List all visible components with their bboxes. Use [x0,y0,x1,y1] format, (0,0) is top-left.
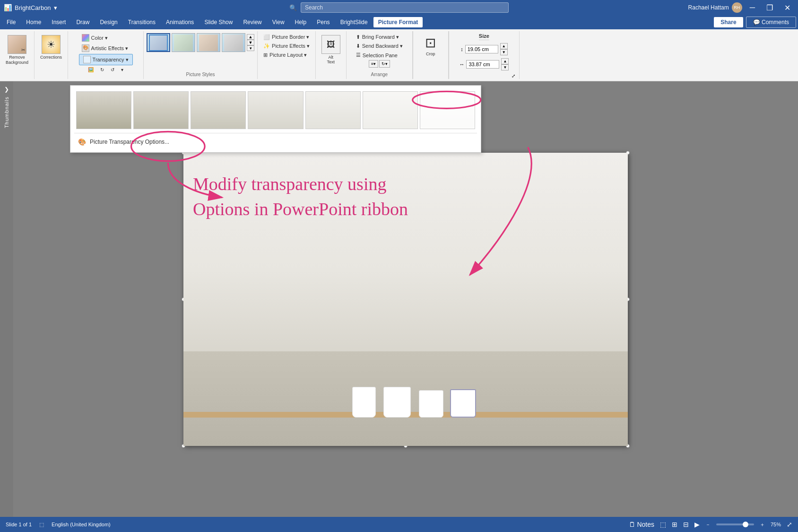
menu-review[interactable]: Review [238,17,266,27]
search-input[interactable] [301,2,509,13]
tea-cups-area [183,351,628,446]
arrange-col: ⬆ Bring Forward ▾ ⬇ Send Backward ▾ ☰ Se… [353,33,406,59]
rotate-button[interactable]: ↻▾ [379,60,390,68]
ribbon-group-picture-styles: ▲ ▼ ▾ Picture Styles [144,31,258,79]
transparency-option-30[interactable] [191,91,246,129]
zoom-bar[interactable] [716,523,754,525]
transparency-option-0[interactable] [76,91,131,129]
crop-icon: ⊡ [425,35,436,51]
share-button[interactable]: Share [714,17,743,27]
corrections-button[interactable]: ☀ Corrections [37,33,65,61]
width-down[interactable]: ▼ [501,64,509,70]
reading-view-button[interactable]: ⊟ [683,521,689,528]
preset-scroll[interactable]: ▲ ▼ ▾ [247,34,254,51]
transparency-grid [74,89,477,131]
cup-1 [352,387,376,418]
menu-design[interactable]: Design [95,17,122,27]
bring-forward-button[interactable]: ⬆ Bring Forward ▾ [353,33,406,41]
width-row: ↔ ▲ ▼ [459,58,509,70]
more-adjust[interactable]: ▾ [118,66,126,73]
remove-bg-inner: ✂ RemoveBackground [3,33,31,77]
transparency-option-15[interactable] [133,91,189,129]
alt-text-button[interactable]: 🖼 AltText [319,33,343,66]
menu-pens[interactable]: Pens [312,17,334,27]
picture-effects-button[interactable]: ✨ Picture Effects ▾ [260,42,312,50]
normal-view-button[interactable]: ⬚ [660,521,666,528]
adjust-col: Color ▾ 🎨 Artistic Effects ▾ Transparenc… [79,33,133,65]
transparency-option-95[interactable] [420,91,475,129]
ribbon-group-picture-format: ⬜ Picture Border ▾ ✨ Picture Effects ▾ ⊞… [258,31,316,79]
menu-brightslide[interactable]: BrightSlide [336,17,373,27]
zoom-level[interactable]: 75% [771,522,781,527]
menu-transitions[interactable]: Transitions [123,17,160,27]
color-icon [82,34,89,42]
width-input[interactable] [466,60,499,69]
notes-button[interactable]: 🗒 Notes [629,521,654,528]
fit-window-button[interactable]: ⤢ [787,521,792,528]
picture-transparency-options-link[interactable]: 🎨 Picture Transparency Options... [74,135,477,148]
zoom-thumb[interactable] [743,522,748,527]
cup-3 [419,390,443,418]
menu-animations[interactable]: Animations [161,17,199,27]
crop-button[interactable]: ⊡ Crop [419,33,442,58]
menu-slideshow[interactable]: Slide Show [200,17,237,27]
menu-draw[interactable]: Draw [71,17,94,27]
height-input[interactable] [465,45,498,53]
close-button[interactable]: ✕ [781,2,794,13]
width-spinner[interactable]: ▲ ▼ [501,58,509,70]
corrections-inner: ☀ Corrections [37,33,65,77]
size-expand-icon[interactable]: ⤢ [512,73,515,78]
artistic-effects-button[interactable]: 🎨 Artistic Effects ▾ [79,44,133,53]
artistic-effects-label: Artistic Effects ▾ [91,45,129,52]
presets-row: ▲ ▼ ▾ [147,33,254,52]
restore-button[interactable]: ❐ [763,2,777,13]
height-up[interactable]: ▲ [500,43,508,49]
border-icon: ⬜ [263,34,270,40]
collapse-arrow[interactable]: ❯ [4,86,9,93]
preset-4[interactable] [222,33,245,52]
transparency-option-50[interactable] [248,91,303,129]
status-icon[interactable]: ⬚ [39,522,44,528]
color-button[interactable]: Color ▾ [79,33,133,43]
remove-background-button[interactable]: ✂ RemoveBackground [3,33,31,67]
preset-3[interactable] [197,33,220,52]
selection-pane-button[interactable]: ☰ Selection Pane [353,51,406,59]
selection-pane-label: Selection Pane [363,52,398,58]
slide-sorter-button[interactable]: ⊞ [672,521,677,528]
picture-border-button[interactable]: ⬜ Picture Border ▾ [260,33,312,41]
zoom-minus[interactable]: － [705,521,711,528]
ribbon-group-size: Size ↕ ▲ ▼ ↔ ▲ ▼ ⤢ [449,31,520,79]
comments-button[interactable]: 💬 Comments [746,17,796,28]
alt-text-label: AltText [327,55,335,64]
app-dropdown-icon[interactable]: ▾ [54,4,57,11]
menu-help[interactable]: Help [290,17,312,27]
menu-picture-format[interactable]: Picture Format [373,17,423,27]
menu-file[interactable]: File [2,17,20,27]
ribbon-group-adjust: Color ▾ 🎨 Artistic Effects ▾ Transparenc… [68,31,144,79]
slide[interactable]: Modify transparency using Options in Pow… [183,153,628,446]
change-picture-button[interactable]: ↻ [97,66,107,73]
menu-view[interactable]: View [268,17,289,27]
zoom-plus[interactable]: ＋ [760,521,765,528]
minimize-button[interactable]: ─ [746,2,759,13]
height-down[interactable]: ▼ [500,49,508,55]
menu-home[interactable]: Home [21,17,46,27]
transparency-option-80[interactable] [363,91,418,129]
ribbon-group-arrange: ⬆ Bring Forward ▾ ⬇ Send Backward ▾ ☰ Se… [347,31,413,79]
transparency-button[interactable]: Transparency ▾ [79,54,133,65]
menu-insert[interactable]: Insert [47,17,70,27]
reset-picture-button[interactable]: ↺ [108,66,117,73]
width-up[interactable]: ▲ [501,58,509,64]
picture-layout-button[interactable]: ⊞ Picture Layout ▾ [260,51,312,59]
preset-2[interactable] [172,33,195,52]
compress-pictures-button[interactable]: 🖼️ [85,66,96,73]
picture-styles-label: Picture Styles [186,71,215,77]
preset-1[interactable] [147,33,170,52]
avatar: RH [732,2,742,13]
transparency-option-65[interactable] [305,91,361,129]
align-button[interactable]: ≡▾ [369,60,378,68]
send-backward-button[interactable]: ⬇ Send Backward ▾ [353,42,406,50]
slideshow-button[interactable]: ▶ [694,521,700,528]
thumbnails-label[interactable]: Thumbnails [4,96,9,128]
height-spinner[interactable]: ▲ ▼ [500,43,508,55]
